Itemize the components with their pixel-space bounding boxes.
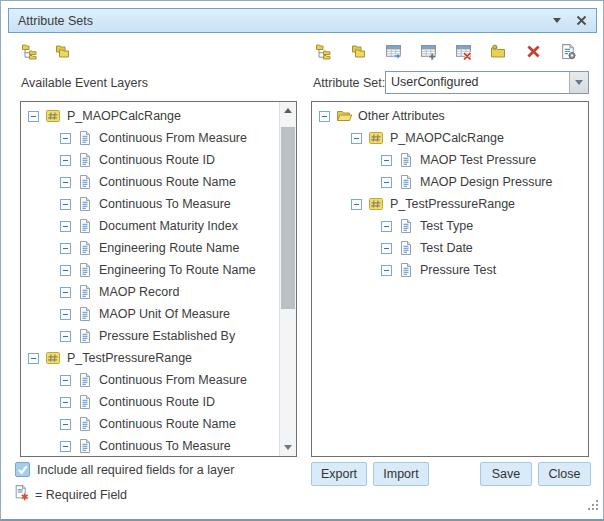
new-attribute-set-button[interactable] (490, 43, 507, 60)
tree-item[interactable]: P_MAOPCalcRange (21, 105, 296, 127)
tree-item[interactable]: P_TestPressureRange (312, 193, 588, 215)
collapse-expander-icon[interactable] (60, 397, 71, 408)
expand-all-icon (21, 43, 38, 60)
tree-item[interactable]: Engineering To Route Name (21, 259, 296, 281)
tree-item[interactable]: Continuous From Measure (21, 127, 296, 149)
collapse-expander-icon[interactable] (60, 309, 71, 320)
collapse-expander-icon[interactable] (60, 419, 71, 430)
field-icon (398, 218, 414, 234)
collapse-expander-icon[interactable] (28, 111, 39, 122)
collapse-expander-icon[interactable] (351, 133, 362, 144)
field-icon (398, 262, 414, 278)
collapse-expander-icon[interactable] (60, 243, 71, 254)
tree-item[interactable]: MAOP Unit Of Measure (21, 303, 296, 325)
window-title: Attribute Sets (18, 14, 553, 28)
collapse-expander-icon[interactable] (381, 155, 392, 166)
tree-item[interactable]: P_TestPressureRange (21, 347, 296, 369)
collapse-expander-icon[interactable] (28, 353, 39, 364)
collapse-expander-icon[interactable] (60, 199, 71, 210)
collapse-all-button[interactable] (54, 43, 71, 60)
collapse-expander-icon[interactable] (60, 133, 71, 144)
available-layers-tree: P_MAOPCalcRange Continuous From Measure … (21, 102, 296, 457)
tree-item[interactable]: Continuous To Measure (21, 193, 296, 215)
tree-item[interactable]: Engineering Route Name (21, 237, 296, 259)
collapse-expander-icon[interactable] (381, 265, 392, 276)
collapse-expander-icon[interactable] (60, 265, 71, 276)
tree-item[interactable]: MAOP Test Pressure (312, 149, 588, 171)
scroll-down-button[interactable] (280, 439, 296, 456)
tree-item[interactable]: Test Date (312, 237, 588, 259)
collapse-expander-icon[interactable] (381, 221, 392, 232)
tree-item[interactable]: Continuous Route ID (21, 149, 296, 171)
tree-item[interactable]: Continuous From Measure (21, 369, 296, 391)
chevron-down-icon (575, 80, 583, 85)
export-button[interactable]: Export (311, 462, 367, 486)
attribute-set-label: Attribute Set: (313, 76, 385, 90)
field-icon (77, 394, 93, 410)
tree-item[interactable]: Test Type (312, 215, 588, 237)
collapse-expander-icon[interactable] (60, 221, 71, 232)
collapse-expander-icon[interactable] (351, 199, 362, 210)
tree-item[interactable]: Pressure Established By (21, 325, 296, 347)
table-export-icon (385, 43, 402, 60)
tree-item[interactable]: MAOP Record (21, 281, 296, 303)
tree-item[interactable]: P_MAOPCalcRange (312, 127, 588, 149)
collapse-expander-icon[interactable] (381, 177, 392, 188)
attribute-set-select[interactable]: UserConfigured (385, 71, 589, 94)
field-icon (77, 240, 93, 256)
table-remove-button[interactable] (455, 43, 472, 60)
collapse-expander-icon[interactable] (60, 441, 71, 452)
include-required-label: Include all required fields for a layer (37, 463, 234, 477)
scroll-up-button[interactable] (280, 102, 296, 119)
include-required-checkbox[interactable] (15, 462, 30, 477)
scrollbar-thumb[interactable] (281, 127, 295, 309)
tree-item[interactable]: MAOP Design Pressure (312, 171, 588, 193)
collapse-expander-icon[interactable] (60, 155, 71, 166)
field-icon (77, 196, 93, 212)
collapse-expander-icon[interactable] (60, 375, 71, 386)
window-menu-caret-icon[interactable] (553, 18, 561, 23)
tree-item[interactable]: Continuous Route Name (21, 171, 296, 193)
set-properties-button[interactable] (560, 43, 577, 60)
expand-all-button[interactable] (21, 43, 38, 60)
resize-grip[interactable] (586, 497, 599, 515)
save-button[interactable]: Save (480, 462, 532, 486)
attribute-set-panel: Other Attributes P_MAOPCalcRange MAOP Te… (311, 101, 589, 457)
tree-item[interactable]: Continuous To Measure (21, 435, 296, 457)
event-layer-icon (45, 108, 61, 124)
collapse-expander-icon[interactable] (319, 111, 330, 122)
table-export-button[interactable] (385, 43, 402, 60)
dropdown-button[interactable] (569, 72, 588, 93)
collapse-expander-icon[interactable] (60, 331, 71, 342)
required-field-legend: = Required Field (35, 488, 127, 502)
delete-attribute-set-button[interactable] (525, 43, 542, 60)
collapse-expander-icon[interactable] (381, 243, 392, 254)
table-add-button[interactable] (420, 43, 437, 60)
import-button[interactable]: Import (373, 462, 429, 486)
attribute-sets-dialog: Attribute Sets Available Even (0, 0, 604, 521)
close-icon[interactable] (576, 15, 587, 26)
left-tree-scrollbar[interactable] (279, 102, 296, 456)
collapse-expander-icon[interactable] (60, 287, 71, 298)
available-event-layers-label: Available Event Layers (21, 76, 148, 90)
collapse-all-set-button[interactable] (350, 43, 367, 60)
field-icon (77, 218, 93, 234)
collapse-all-icon (54, 43, 71, 60)
event-layer-icon (45, 350, 61, 366)
checkmark-icon (16, 463, 29, 476)
expand-all-set-button[interactable] (315, 43, 332, 60)
close-button[interactable]: Close (538, 462, 591, 486)
new-attribute-set-folder-icon (490, 43, 507, 60)
table-remove-icon (455, 43, 472, 60)
collapse-expander-icon[interactable] (60, 177, 71, 188)
tree-item[interactable]: Continuous Route ID (21, 391, 296, 413)
tree-item[interactable]: Other Attributes (312, 105, 588, 127)
field-icon (77, 306, 93, 322)
set-properties-icon (560, 43, 577, 60)
event-layer-icon (368, 130, 384, 146)
tree-item[interactable]: Continuous Route Name (21, 413, 296, 435)
tree-item[interactable]: Document Maturity Index (21, 215, 296, 237)
attribute-set-tree: Other Attributes P_MAOPCalcRange MAOP Te… (312, 102, 588, 281)
tree-item[interactable]: Pressure Test (312, 259, 588, 281)
field-icon (77, 130, 93, 146)
